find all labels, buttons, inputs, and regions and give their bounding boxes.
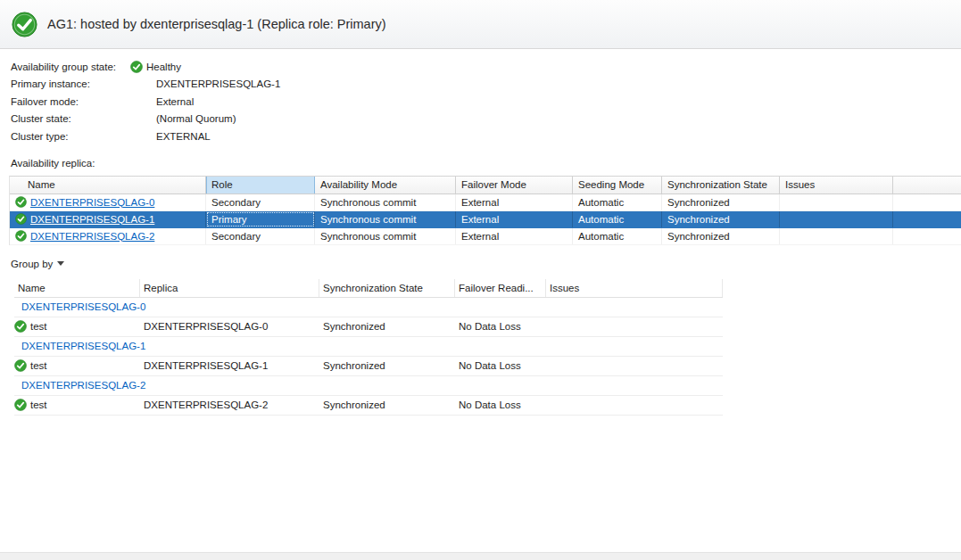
availability-replica-grid: Name Role Availability Mode Failover Mod… [9, 176, 961, 245]
summary-value: External [156, 96, 194, 107]
replica-role-cell: Secondary [206, 228, 315, 244]
database-replica-cell: DXENTERPRISESQLAG-0 [140, 317, 319, 336]
column-header-role[interactable]: Role [206, 177, 315, 194]
database-group-header[interactable]: DXENTERPRISESQLAG-2 [14, 376, 723, 396]
replica-sync-state-cell: Synchronized [662, 194, 780, 210]
database-name: test [30, 396, 47, 415]
summary-row-failover-mode: Failover mode: External [11, 93, 961, 111]
database-group-header[interactable]: DXENTERPRISESQLAG-1 [14, 337, 723, 357]
replica-role-cell: Primary [206, 211, 315, 227]
replica-issues-cell [780, 194, 893, 210]
summary-label: Cluster state: [11, 113, 130, 124]
replica-role-cell: Secondary [206, 194, 315, 210]
column-header-seeding-mode[interactable]: Seeding Mode [573, 177, 662, 194]
summary-label: Cluster type: [11, 131, 130, 142]
column-header-db-sync-state[interactable]: Synchronization State [319, 279, 455, 297]
database-grid-header: Name Replica Synchronization State Failo… [14, 279, 723, 298]
replica-name-link[interactable]: DXENTERPRISESQLAG-0 [30, 194, 154, 210]
replica-sync-state-cell: Synchronized [662, 228, 780, 244]
summary-value: (Normal Quorum) [156, 113, 236, 124]
replica-failover-mode-cell: External [456, 228, 573, 244]
column-header-db-failover-readiness[interactable]: Failover Readi... [455, 279, 546, 297]
replica-failover-mode-cell: External [456, 211, 573, 227]
column-header-db-replica[interactable]: Replica [140, 279, 319, 297]
database-ok-icon [14, 399, 27, 411]
replica-row[interactable]: DXENTERPRISESQLAG-0 Secondary Synchronou… [10, 194, 961, 211]
replica-row[interactable]: DXENTERPRISESQLAG-2 Secondary Synchronou… [10, 228, 961, 245]
replica-availability-mode-cell: Synchronous commit [315, 194, 456, 210]
replica-seeding-mode-cell: Automatic [573, 211, 662, 227]
horizontal-scrollbar[interactable] [0, 552, 961, 560]
summary-row-primary-instance: Primary instance: DXENTERPRISESQLAG-1 [11, 76, 961, 94]
dashboard-header: AG1: hosted by dxenterprisesqlag-1 (Repl… [0, 0, 961, 49]
database-sync-state-cell: Synchronized [319, 357, 455, 375]
replica-ok-icon [15, 196, 27, 208]
database-row[interactable]: test DXENTERPRISESQLAG-1 Synchronized No… [14, 357, 723, 376]
database-row[interactable]: test DXENTERPRISESQLAG-2 Synchronized No… [14, 396, 723, 416]
summary-row-group-state: Availability group state: Healthy [11, 58, 961, 76]
ag-healthy-status-icon [12, 12, 37, 37]
replica-issues-cell [780, 211, 893, 227]
column-header-db-issues[interactable]: Issues [546, 279, 723, 297]
database-name: test [30, 317, 47, 336]
group-by-label: Group by [11, 259, 53, 269]
summary-row-cluster-state: Cluster state: (Normal Quorum) [11, 111, 961, 128]
summary-label: Availability group state: [11, 62, 130, 72]
replica-availability-mode-cell: Synchronous commit [315, 228, 456, 244]
replica-seeding-mode-cell: Automatic [573, 194, 662, 210]
summary-row-cluster-type: Cluster type: EXTERNAL [11, 128, 961, 145]
database-replica-cell: DXENTERPRISESQLAG-2 [140, 396, 319, 415]
database-failover-readiness-cell: No Data Loss [455, 357, 546, 375]
column-header-availability-mode[interactable]: Availability Mode [315, 177, 456, 194]
replica-availability-mode-cell: Synchronous commit [315, 211, 456, 227]
summary-value: Healthy [146, 62, 181, 72]
summary-value: DXENTERPRISESQLAG-1 [156, 78, 280, 89]
database-ok-icon [14, 320, 27, 333]
database-name: test [30, 357, 47, 375]
column-header-name[interactable]: Name [10, 177, 206, 194]
summary-label: Failover mode: [11, 96, 130, 107]
chevron-down-icon [57, 261, 64, 266]
database-sync-state-cell: Synchronized [319, 396, 455, 415]
database-group-header[interactable]: DXENTERPRISESQLAG-0 [14, 298, 723, 317]
column-header-db-name[interactable]: Name [14, 279, 140, 297]
column-header-synchronization-state[interactable]: Synchronization State [662, 177, 780, 194]
database-replica-cell: DXENTERPRISESQLAG-1 [140, 357, 319, 375]
page-title: AG1: hosted by dxenterprisesqlag-1 (Repl… [47, 17, 386, 31]
database-ok-icon [14, 359, 27, 372]
replica-issues-cell [780, 228, 893, 244]
summary-panel: Availability group state: Healthy Primar… [0, 49, 961, 145]
summary-value: EXTERNAL [156, 131, 211, 142]
group-by-dropdown[interactable]: Group by [11, 259, 64, 269]
replica-ok-icon [15, 213, 27, 225]
column-header-issues[interactable]: Issues [780, 177, 893, 194]
replica-row-selected[interactable]: DXENTERPRISESQLAG-1 Primary Synchronous … [10, 211, 961, 228]
healthy-status-icon [130, 61, 143, 73]
replica-grid-header: Name Role Availability Mode Failover Mod… [10, 177, 961, 194]
replica-sync-state-cell: Synchronized [662, 211, 780, 227]
database-row[interactable]: test DXENTERPRISESQLAG-0 Synchronized No… [14, 317, 723, 337]
replica-name-link[interactable]: DXENTERPRISESQLAG-1 [30, 211, 154, 227]
replica-ok-icon [15, 230, 27, 242]
database-sync-state-cell: Synchronized [319, 317, 455, 336]
replica-name-link[interactable]: DXENTERPRISESQLAG-2 [30, 228, 154, 244]
column-header-failover-mode[interactable]: Failover Mode [456, 177, 573, 194]
database-failover-readiness-cell: No Data Loss [455, 317, 546, 336]
summary-label: Primary instance: [11, 78, 130, 89]
replica-seeding-mode-cell: Automatic [573, 228, 662, 244]
column-header-filler [893, 177, 961, 194]
database-failover-readiness-cell: No Data Loss [455, 396, 546, 415]
database-grid: Name Replica Synchronization State Failo… [14, 279, 723, 416]
availability-replica-label: Availability replica: [11, 158, 961, 169]
replica-failover-mode-cell: External [456, 194, 573, 210]
